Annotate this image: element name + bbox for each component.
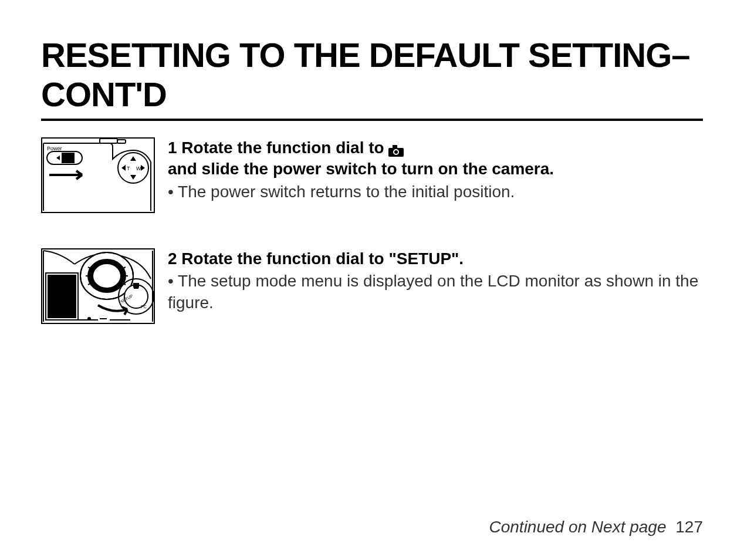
camera-icon xyxy=(388,141,404,154)
svg-rect-2 xyxy=(68,153,70,163)
step-2: SETUP PC 2 Rotate the function dial to "… xyxy=(41,248,703,324)
step-1-heading-pre: 1 Rotate the function dial to xyxy=(168,137,384,158)
svg-rect-15 xyxy=(48,275,76,318)
step-1-bullet: • The power switch returns to the initia… xyxy=(168,181,703,203)
svg-point-19 xyxy=(93,264,121,288)
svg-rect-3 xyxy=(72,153,74,163)
svg-rect-1 xyxy=(62,153,67,163)
figure-function-dial: SETUP PC xyxy=(41,248,155,324)
svg-text:Power: Power xyxy=(47,146,62,151)
step-1-heading-post: and slide the power switch to turn on th… xyxy=(168,158,554,180)
step-2-heading: 2 Rotate the function dial to "SETUP". xyxy=(168,249,464,268)
svg-rect-11 xyxy=(393,145,397,149)
figure-camera-power: Power T W xyxy=(41,137,155,213)
title-underline xyxy=(41,119,703,121)
step-1-text: 1 Rotate the function dial to and slide … xyxy=(168,137,703,203)
page-footer: Continued on Next page 127 xyxy=(489,518,704,537)
step-1-heading: 1 Rotate the function dial to and slide … xyxy=(168,137,703,180)
svg-point-26 xyxy=(87,317,91,321)
svg-text:W: W xyxy=(136,166,141,171)
continued-text: Continued on Next page xyxy=(489,518,667,536)
step-2-bullet: • The setup mode menu is displayed on th… xyxy=(168,271,703,313)
camera-top-illustration: Power T W xyxy=(42,139,154,212)
page-number: 127 xyxy=(675,518,703,536)
svg-point-13 xyxy=(394,150,398,154)
svg-text:T: T xyxy=(127,166,130,171)
step-1: Power T W xyxy=(41,137,703,213)
function-dial-illustration: SETUP PC xyxy=(42,249,154,323)
step-2-text: 2 Rotate the function dial to "SETUP". •… xyxy=(168,248,703,313)
svg-rect-9 xyxy=(117,140,126,143)
svg-rect-25 xyxy=(134,286,138,289)
svg-rect-8 xyxy=(100,139,117,143)
page-title: RESETTING TO THE DEFAULT SETTING– CONT'D xyxy=(41,35,703,114)
svg-text:PC: PC xyxy=(141,305,147,309)
manual-page: RESETTING TO THE DEFAULT SETTING– CONT'D… xyxy=(0,0,744,377)
